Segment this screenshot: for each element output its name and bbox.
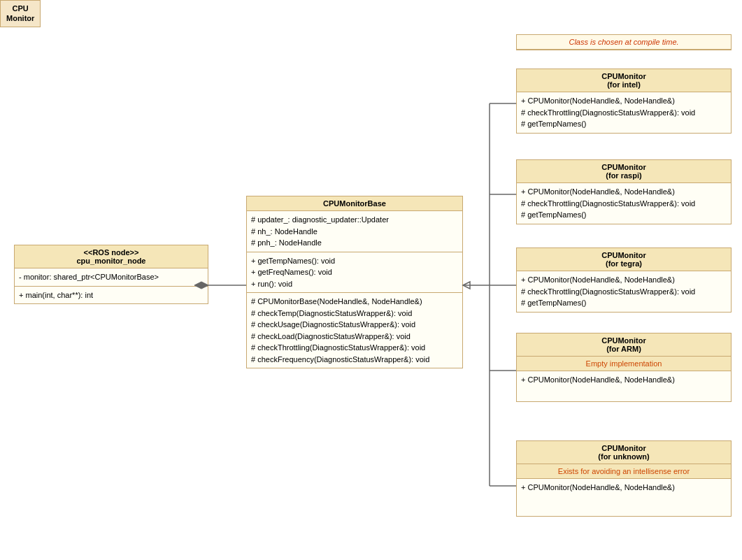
base-prot-2: # checkTemp(DiagnosticStatusWrapper&): v… bbox=[251, 308, 458, 320]
raspi-header2: (for raspi) bbox=[521, 171, 727, 180]
intel-header2: (for intel) bbox=[521, 80, 727, 89]
ros-attr-1: - monitor: shared_ptr<CPUMonitorBase> bbox=[19, 271, 204, 283]
intel-m3: # getTempNames() bbox=[521, 118, 727, 130]
ros-method-1: + main(int, char**): int bbox=[19, 289, 204, 301]
tegra-m3: # getTempNames() bbox=[521, 297, 727, 309]
unknown-header1: CPUMonitor bbox=[521, 444, 727, 452]
ros-node-methods: + main(int, char**): int bbox=[15, 287, 208, 304]
arm-header2: (for ARM) bbox=[521, 345, 727, 353]
tegra-header2: (for tegra) bbox=[521, 259, 727, 268]
base-class-header: CPUMonitorBase bbox=[247, 196, 462, 211]
intel-m2: # checkThrottling(DiagnosticStatusWrappe… bbox=[521, 107, 727, 119]
base-class-attributes: # updater_: diagnostic_updater::Updater … bbox=[247, 211, 462, 252]
base-class-box: CPUMonitorBase # updater_: diagnostic_up… bbox=[246, 196, 463, 368]
base-public-methods: + getTempNames(): void + getFreqNames():… bbox=[247, 252, 462, 294]
arm-m1: + CPUMonitor(NodeHandle&, NodeHandle&) bbox=[521, 374, 727, 386]
base-prot-6: # checkFrequency(DiagnosticStatusWrapper… bbox=[251, 354, 458, 366]
unknown-m1: + CPUMonitor(NodeHandle&, NodeHandle&) bbox=[521, 482, 727, 494]
arm-box: CPUMonitor (for ARM) Empty implementatio… bbox=[516, 333, 732, 402]
raspi-box: CPUMonitor (for raspi) + CPUMonitor(Node… bbox=[516, 159, 732, 224]
intel-methods: + CPUMonitor(NodeHandle&, NodeHandle&) #… bbox=[517, 92, 731, 133]
tegra-m2: # checkThrottling(DiagnosticStatusWrappe… bbox=[521, 286, 727, 298]
arm-note: Empty implementation bbox=[517, 357, 731, 371]
base-prot-3: # checkUsage(DiagnosticStatusWrapper&): … bbox=[251, 319, 458, 331]
ros-node-stereotype: <<ROS node>> bbox=[19, 248, 204, 257]
tegra-methods: + CPUMonitor(NodeHandle&, NodeHandle&) #… bbox=[517, 271, 731, 312]
intel-header1: CPUMonitor bbox=[521, 72, 727, 80]
ros-node-box: <<ROS node>> cpu_monitor_node - monitor:… bbox=[14, 245, 208, 304]
base-attr-1: # updater_: diagnostic_updater::Updater bbox=[251, 214, 458, 226]
intel-header: CPUMonitor (for intel) bbox=[517, 69, 731, 92]
intel-m1: + CPUMonitor(NodeHandle&, NodeHandle&) bbox=[521, 95, 727, 107]
base-pub-1: + getTempNames(): void bbox=[251, 255, 458, 267]
arm-methods: + CPUMonitor(NodeHandle&, NodeHandle&) bbox=[517, 371, 731, 401]
tegra-header: CPUMonitor (for tegra) bbox=[517, 248, 731, 271]
unknown-header2: (for unknown) bbox=[521, 452, 727, 461]
raspi-methods: + CPUMonitor(NodeHandle&, NodeHandle&) #… bbox=[517, 183, 731, 224]
base-protected-methods: # CPUMonitorBase(NodeHandle&, NodeHandle… bbox=[247, 293, 462, 368]
compile-note-box: Class is chosen at compile time. bbox=[516, 34, 732, 50]
ros-node-name: cpu_monitor_node bbox=[19, 257, 204, 265]
unknown-box: CPUMonitor (for unknown) Exists for avoi… bbox=[516, 440, 732, 517]
tab-line2: Monitor bbox=[6, 14, 34, 22]
raspi-m1: + CPUMonitor(NodeHandle&, NodeHandle&) bbox=[521, 186, 727, 198]
tegra-m1: + CPUMonitor(NodeHandle&, NodeHandle&) bbox=[521, 274, 727, 286]
base-prot-4: # checkLoad(DiagnosticStatusWrapper&): v… bbox=[251, 331, 458, 343]
intel-box: CPUMonitor (for intel) + CPUMonitor(Node… bbox=[516, 69, 732, 134]
unknown-header: CPUMonitor (for unknown) bbox=[517, 441, 731, 464]
base-pub-3: + run(): void bbox=[251, 278, 458, 290]
base-prot-1: # CPUMonitorBase(NodeHandle&, NodeHandle… bbox=[251, 296, 458, 308]
base-prot-5: # checkThrottling(DiagnosticStatusWrappe… bbox=[251, 342, 458, 354]
arm-header1: CPUMonitor bbox=[521, 336, 727, 345]
tab-line1: CPU bbox=[13, 4, 29, 13]
raspi-header1: CPUMonitor bbox=[521, 163, 727, 171]
base-attr-3: # pnh_: NodeHandle bbox=[251, 237, 458, 249]
raspi-header: CPUMonitor (for raspi) bbox=[517, 160, 731, 183]
svg-marker-3 bbox=[463, 282, 470, 289]
raspi-m2: # checkThrottling(DiagnosticStatusWrappe… bbox=[521, 198, 727, 210]
base-pub-2: + getFreqNames(): void bbox=[251, 266, 458, 278]
tab[interactable]: CPU Monitor bbox=[0, 0, 41, 27]
ros-node-header: <<ROS node>> cpu_monitor_node bbox=[15, 245, 208, 268]
base-attr-2: # nh_: NodeHandle bbox=[251, 226, 458, 238]
compile-note-text: Class is chosen at compile time. bbox=[517, 35, 731, 50]
unknown-note: Exists for avoiding an intellisense erro… bbox=[517, 464, 731, 479]
raspi-m3: # getTempNames() bbox=[521, 209, 727, 221]
ros-node-attributes: - monitor: shared_ptr<CPUMonitorBase> bbox=[15, 268, 208, 287]
tegra-header1: CPUMonitor bbox=[521, 251, 727, 259]
unknown-methods: + CPUMonitor(NodeHandle&, NodeHandle&) bbox=[517, 479, 731, 516]
tegra-box: CPUMonitor (for tegra) + CPUMonitor(Node… bbox=[516, 247, 732, 313]
arm-header: CPUMonitor (for ARM) bbox=[517, 333, 731, 357]
